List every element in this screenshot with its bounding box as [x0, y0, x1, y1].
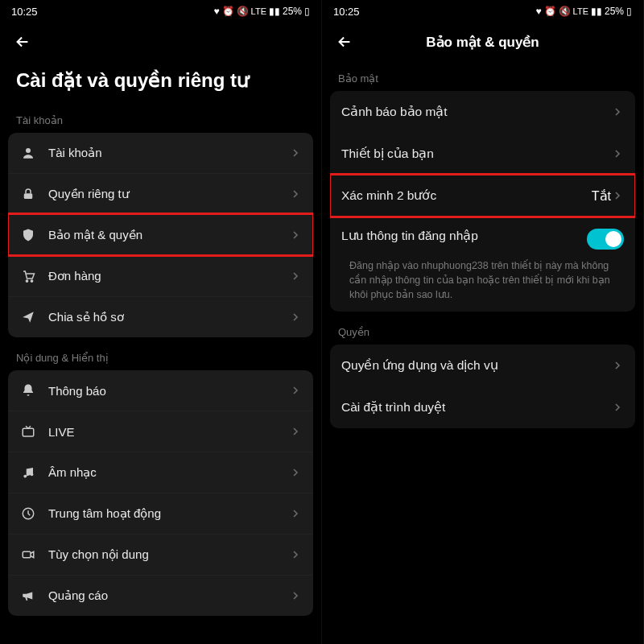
svg-point-5	[23, 475, 27, 478]
row-ads[interactable]: Quảng cáo	[8, 575, 313, 616]
lte-icon: LTE	[573, 6, 588, 16]
row-privacy[interactable]: Quyền riêng tư	[8, 173, 313, 214]
page-title: Cài đặt và quyền riêng tư	[0, 58, 321, 100]
row-music[interactable]: Âm nhạc	[8, 452, 313, 493]
chevron-right-icon	[611, 359, 624, 372]
header-title: Bảo mật & quyền	[354, 34, 611, 51]
row-label: LIVE	[48, 425, 289, 439]
row-label: Quảng cáo	[48, 588, 289, 603]
row-label: Âm nhạc	[48, 465, 289, 480]
chevron-right-icon	[289, 466, 302, 479]
status-right: ♥ ⏰ 🔇 LTE ▮▮ 25% ▯	[535, 6, 632, 17]
row-label: Quyền riêng tư	[48, 187, 289, 201]
row-two-step-verification[interactable]: Xác minh 2 bước Tắt	[330, 175, 635, 217]
chevron-right-icon	[289, 311, 302, 324]
section-content-label: Nội dung & Hiển thị	[0, 337, 321, 370]
chevron-right-icon	[611, 147, 624, 160]
row-save-login[interactable]: Lưu thông tin đăng nhập	[330, 217, 635, 258]
row-activity-center[interactable]: Trung tâm hoạt động	[8, 493, 313, 534]
status-right: ♥ ⏰ 🔇 LTE ▮▮ 25% ▯	[213, 6, 310, 17]
shield-icon	[19, 226, 37, 244]
heart-icon: ♥	[535, 6, 541, 17]
row-orders[interactable]: Đơn hàng	[8, 255, 313, 296]
chevron-right-icon	[289, 270, 302, 283]
alarm-icon: ⏰	[544, 6, 556, 17]
heart-icon: ♥	[213, 6, 219, 17]
row-app-permissions[interactable]: Quyền ứng dụng và dịch vụ	[330, 345, 635, 386]
chevron-right-icon	[289, 589, 302, 602]
row-label: Trung tâm hoạt động	[48, 506, 289, 521]
svg-point-0	[26, 148, 31, 153]
back-button[interactable]	[13, 32, 32, 52]
mute-icon: 🔇	[559, 6, 571, 17]
row-security-permissions[interactable]: Bảo mật & quyền	[8, 214, 313, 255]
row-label: Quyền ứng dụng và dịch vụ	[341, 358, 611, 373]
row-label: Cài đặt trình duyệt	[341, 400, 611, 415]
row-account[interactable]: Tài khoản	[8, 133, 313, 173]
row-content-preferences[interactable]: Tùy chọn nội dung	[8, 534, 313, 575]
chevron-right-icon	[289, 507, 302, 520]
cart-icon	[19, 267, 37, 285]
back-button[interactable]	[335, 32, 354, 52]
back-arrow-icon	[14, 33, 31, 51]
mute-icon: 🔇	[237, 6, 249, 17]
row-label: Tùy chọn nội dung	[48, 547, 289, 562]
header	[0, 23, 321, 58]
svg-rect-8	[23, 551, 31, 558]
row-notifications[interactable]: Thông báo	[8, 370, 313, 411]
chevron-right-icon	[289, 384, 302, 397]
user-icon	[19, 144, 37, 162]
header: Bảo mật & quyền	[322, 23, 643, 58]
row-label: Xác minh 2 bước	[341, 188, 592, 203]
row-share-profile[interactable]: Chia sẻ hồ sơ	[8, 296, 313, 337]
account-card: Tài khoản Quyền riêng tư Bảo mật & quyền…	[8, 133, 313, 337]
content-card: Thông báo LIVE Âm nhạc Trung tâm hoạt độ…	[8, 370, 313, 616]
section-permissions-label: Quyền	[322, 312, 643, 345]
row-label: Chia sẻ hồ sơ	[48, 310, 289, 324]
status-time: 10:25	[11, 6, 38, 18]
chevron-right-icon	[289, 548, 302, 561]
share-icon	[19, 308, 37, 326]
clock-icon	[19, 505, 37, 522]
row-live[interactable]: LIVE	[8, 411, 313, 452]
row-label: Bảo mật & quyền	[48, 228, 289, 242]
row-label: Đơn hàng	[48, 269, 289, 283]
row-value: Tắt	[592, 188, 611, 204]
battery-pct: 25%	[283, 6, 302, 17]
alarm-icon: ⏰	[222, 6, 234, 17]
row-security-alerts[interactable]: Cảnh báo bảo mật	[330, 91, 635, 133]
chevron-right-icon	[289, 229, 302, 242]
chevron-right-icon	[289, 188, 302, 200]
lock-icon	[19, 185, 37, 203]
svg-point-6	[31, 473, 34, 476]
status-bar: 10:25 ♥ ⏰ 🔇 LTE ▮▮ 25% ▯	[0, 0, 321, 23]
chevron-right-icon	[611, 105, 624, 118]
battery-icon: ▯	[626, 6, 632, 17]
svg-point-2	[26, 280, 27, 282]
chevron-right-icon	[289, 425, 302, 438]
back-arrow-icon	[336, 33, 353, 51]
status-time: 10:25	[333, 6, 360, 18]
svg-point-3	[31, 280, 32, 282]
bell-icon	[19, 382, 37, 399]
row-label: Thông báo	[48, 384, 289, 398]
security-card: Cảnh báo bảo mật Thiết bị của bạn Xác mi…	[330, 91, 635, 312]
video-icon	[19, 546, 37, 564]
save-login-toggle[interactable]	[587, 229, 624, 250]
row-label: Tài khoản	[48, 146, 289, 160]
row-label: Cảnh báo bảo mật	[341, 105, 611, 119]
row-browser-settings[interactable]: Cài đặt trình duyệt	[330, 386, 635, 428]
signal-icon: ▮▮	[591, 6, 602, 17]
chevron-right-icon	[289, 147, 302, 159]
section-account-label: Tài khoản	[0, 100, 321, 133]
lte-icon: LTE	[251, 6, 266, 16]
signal-icon: ▮▮	[269, 6, 280, 17]
status-bar: 10:25 ♥ ⏰ 🔇 LTE ▮▮ 25% ▯	[322, 0, 643, 23]
left-screen: 10:25 ♥ ⏰ 🔇 LTE ▮▮ 25% ▯ Cài đặt và quyề…	[0, 0, 322, 644]
megaphone-icon	[19, 587, 37, 605]
svg-rect-4	[23, 428, 34, 436]
row-label: Lưu thông tin đăng nhập	[341, 229, 587, 243]
permissions-card: Quyền ứng dụng và dịch vụ Cài đặt trình …	[330, 345, 635, 428]
battery-icon: ▯	[304, 6, 310, 17]
row-your-devices[interactable]: Thiết bị của bạn	[330, 133, 635, 175]
